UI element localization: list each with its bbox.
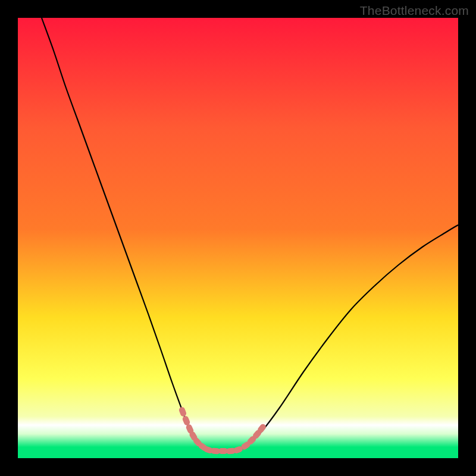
chart-svg xyxy=(18,18,458,458)
bottleneck-curve xyxy=(42,18,458,451)
watermark-text: TheBottleneck.com xyxy=(360,4,469,18)
curve-group xyxy=(42,18,458,451)
curve-marker xyxy=(178,406,187,418)
marker-group xyxy=(178,406,267,455)
